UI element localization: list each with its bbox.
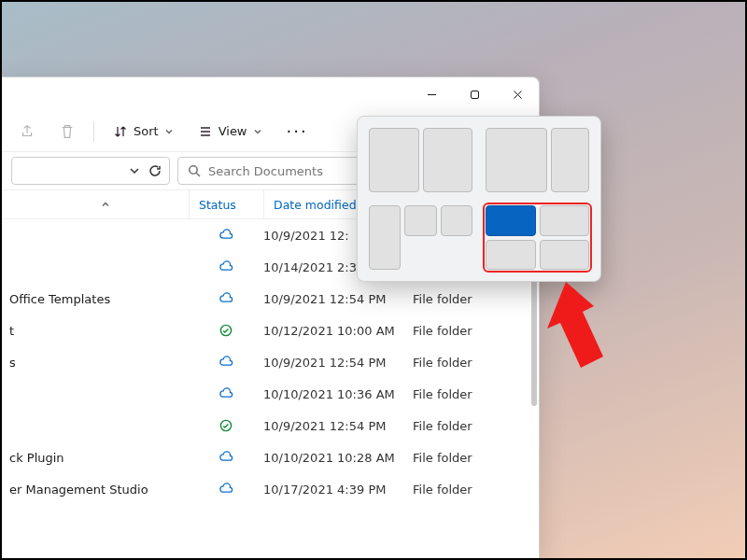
more-button[interactable]: ··· — [277, 121, 317, 141]
svg-marker-4 — [547, 282, 603, 368]
cell-name: t — [2, 324, 189, 338]
sort-button[interactable]: Sort — [104, 115, 183, 148]
cell-date: 10/10/2021 10:36 AM — [263, 387, 413, 401]
snap-zone[interactable] — [441, 205, 472, 236]
table-row[interactable]: ck Plugin10/10/2021 10:28 AMFile folder — [2, 441, 539, 473]
cloud-icon — [189, 482, 263, 497]
close-button[interactable] — [496, 79, 539, 109]
snap-zone[interactable] — [486, 128, 547, 192]
cell-name: Office Templates — [2, 292, 189, 306]
cloud-icon — [189, 355, 263, 370]
cell-type: File folder — [413, 356, 539, 370]
address-bar[interactable] — [11, 157, 170, 185]
snap-layout-quad[interactable] — [484, 203, 591, 272]
snap-zone[interactable] — [486, 240, 536, 271]
snap-zone[interactable] — [423, 128, 473, 192]
cell-date: 10/9/2021 12:54 PM — [263, 292, 413, 306]
minimize-button[interactable] — [410, 79, 453, 109]
chevron-up-icon — [101, 200, 110, 209]
snap-layout-70-30[interactable] — [484, 126, 591, 194]
cloud-icon — [189, 450, 263, 465]
table-row[interactable]: t10/12/2021 10:00 AMFile folder — [2, 315, 539, 346]
cell-date: 10/10/2021 10:28 AM — [263, 451, 413, 465]
svg-rect-0 — [471, 91, 478, 98]
snap-zone[interactable] — [540, 240, 590, 271]
snap-zone-selected[interactable] — [486, 205, 536, 236]
cell-name: ck Plugin — [2, 451, 189, 465]
column-name[interactable] — [2, 200, 189, 209]
cell-type: File folder — [413, 483, 539, 497]
delete-icon[interactable] — [50, 115, 84, 148]
table-row[interactable]: Office Templates10/9/2021 12:54 PMFile f… — [2, 283, 539, 315]
cloud-icon — [189, 386, 263, 401]
snap-zone[interactable] — [404, 205, 436, 236]
snap-zone[interactable] — [369, 128, 419, 192]
cell-date: 10/9/2021 12:54 PM — [263, 419, 413, 433]
snap-layout-side-by-side[interactable] — [367, 126, 474, 194]
snap-zone[interactable] — [551, 128, 589, 192]
cloud-icon — [189, 259, 263, 274]
table-row[interactable]: er Management Studio10/17/2021 4:39 PMFi… — [2, 473, 539, 505]
cell-date: 10/17/2021 4:39 PM — [263, 483, 413, 497]
table-row[interactable]: 10/10/2021 10:36 AMFile folder — [2, 378, 539, 410]
svg-point-1 — [190, 166, 197, 174]
chevron-down-icon — [164, 127, 174, 136]
refresh-icon[interactable] — [148, 164, 162, 177]
chevron-down-icon — [253, 127, 262, 136]
table-row[interactable]: 10/9/2021 12:54 PMFile folder — [2, 410, 539, 441]
cell-type: File folder — [413, 451, 539, 465]
cell-date: 10/9/2021 12:54 PM — [263, 356, 413, 370]
separator — [93, 121, 94, 142]
cell-type: File folder — [413, 387, 539, 401]
cell-name: s — [2, 356, 189, 370]
titlebar — [2, 77, 539, 111]
cell-type: File folder — [413, 419, 539, 433]
column-status[interactable]: Status — [189, 190, 263, 218]
view-label: View — [218, 124, 247, 138]
cell-type: File folder — [413, 292, 539, 306]
snap-layout-three-col[interactable] — [367, 203, 474, 272]
snap-zone[interactable] — [369, 205, 401, 270]
annotation-arrow — [545, 282, 620, 385]
synced-icon — [189, 418, 263, 433]
cell-name: er Management Studio — [2, 483, 189, 497]
cell-date: 10/12/2021 10:00 AM — [263, 324, 413, 338]
share-icon[interactable] — [11, 115, 45, 148]
cell-type: File folder — [413, 324, 539, 338]
cloud-icon — [189, 291, 263, 306]
synced-icon — [189, 323, 263, 338]
chevron-down-icon[interactable] — [128, 164, 141, 177]
snap-zone[interactable] — [540, 205, 590, 236]
snap-layouts-popup — [357, 116, 601, 282]
sort-label: Sort — [134, 124, 159, 138]
table-row[interactable]: s10/9/2021 12:54 PMFile folder — [2, 346, 539, 378]
cloud-icon — [189, 228, 263, 243]
search-icon — [188, 164, 201, 177]
view-button[interactable]: View — [189, 115, 272, 148]
maximize-button[interactable] — [453, 79, 496, 109]
